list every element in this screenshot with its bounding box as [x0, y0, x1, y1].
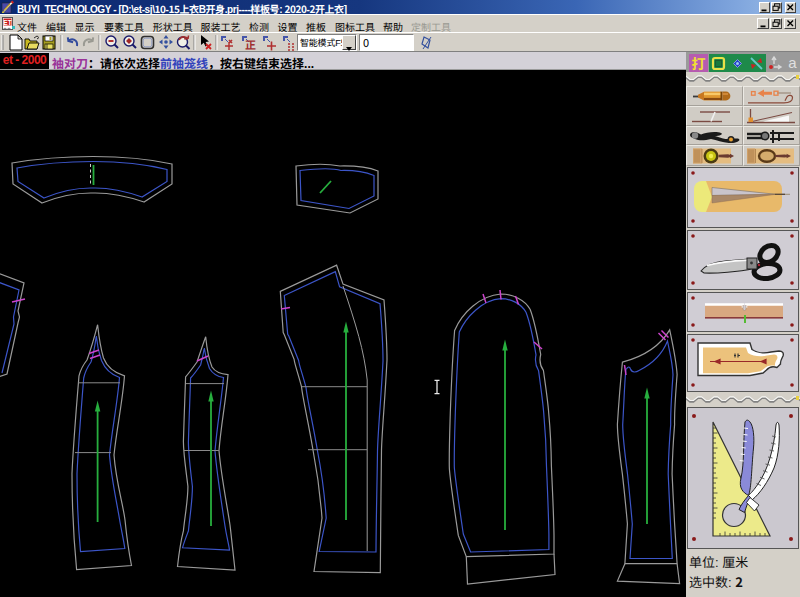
- svg-text:ET: ET: [3, 19, 11, 26]
- svg-text:正: 正: [245, 36, 256, 52]
